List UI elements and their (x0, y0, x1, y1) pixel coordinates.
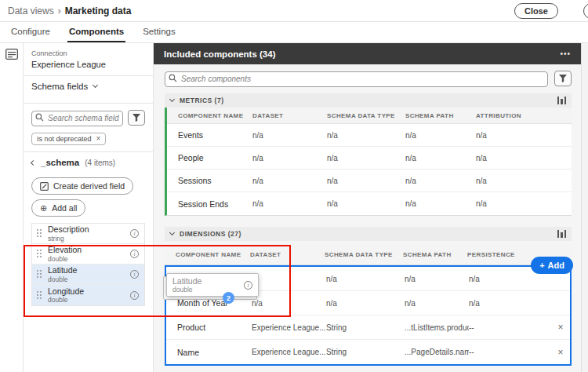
table-row[interactable]: Session Ends n/a n/a n/a n/a (167, 192, 572, 215)
search-schema-fields-input[interactable] (31, 111, 123, 126)
included-components-panel: Included components (34) ••• (154, 43, 581, 372)
schema-data-type: n/a (327, 131, 405, 140)
schema-path: n/a (405, 199, 476, 208)
divider (24, 103, 153, 104)
metrics-section-label: METRICS (7) (180, 97, 224, 104)
persistence: -- (469, 323, 551, 332)
dataset: n/a (252, 299, 326, 308)
tab-components[interactable]: Components (67, 22, 125, 42)
chevron-down-icon[interactable] (169, 97, 175, 102)
schema-path: n/a (405, 299, 469, 308)
filter-icon (132, 114, 140, 122)
remove-row-icon[interactable]: × (551, 348, 570, 357)
drag-handle-icon[interactable] (37, 291, 42, 300)
dataset: n/a (252, 131, 327, 140)
metrics-table-header: COMPONENT NAME DATASET SCHEMA DATA TYPE … (167, 108, 572, 124)
schema-data-type: n/a (326, 275, 405, 283)
connection-label: Connection (31, 49, 145, 57)
info-icon[interactable]: i (130, 270, 139, 279)
tab-configure[interactable]: Configure (9, 22, 52, 42)
info-icon[interactable]: i (130, 250, 139, 258)
dataset: n/a (252, 154, 327, 162)
add-button[interactable]: + Add (531, 257, 573, 274)
derived-field-icon (40, 182, 49, 191)
chevron-down-icon[interactable] (169, 230, 175, 235)
table-row[interactable]: People n/a n/a n/a n/a (167, 147, 572, 170)
table-row[interactable]: Product Experience League... String ...t… (166, 315, 570, 340)
metrics-table: COMPONENT NAME DATASET SCHEMA DATA TYPE … (165, 108, 572, 216)
more-icon[interactable]: ••• (560, 49, 571, 58)
add-button-label: Add (548, 261, 564, 270)
add-all-label: Add all (52, 203, 77, 213)
dataset: Experience League... (252, 348, 326, 356)
cutoff-button[interactable]: B (583, 3, 588, 19)
drag-handle-icon[interactable] (37, 250, 42, 258)
scrollbar-track[interactable] (581, 43, 588, 372)
chip-remove-icon[interactable]: × (96, 135, 101, 143)
search-icon (35, 113, 44, 122)
field-type: double (48, 256, 125, 263)
panel-header: Included components (34) ••• (154, 43, 581, 64)
column-settings-icon[interactable] (557, 97, 567, 104)
field-name: Elevation (48, 246, 125, 254)
table-row[interactable]: Sessions n/a n/a n/a n/a (167, 170, 572, 192)
field-item-latitude[interactable]: Latitude double i (32, 264, 144, 285)
field-name: Latitude (48, 266, 125, 275)
search-components-input[interactable] (165, 71, 548, 87)
breadcrumb-separator: › (58, 5, 61, 16)
persistence: n/a (469, 299, 551, 308)
schema-name: _schema (41, 158, 79, 167)
field-name: Description (48, 225, 125, 234)
filter-button[interactable] (554, 71, 572, 86)
remove-row-icon[interactable]: × (551, 323, 570, 332)
info-icon[interactable]: i (130, 291, 139, 300)
chevron-left-icon[interactable] (31, 159, 36, 165)
drag-handle-icon[interactable] (37, 229, 42, 238)
field-item-description[interactable]: Description string i (32, 224, 144, 244)
breadcrumb-section[interactable]: Data views (8, 5, 54, 16)
drag-ghost-card: Latitude double i (166, 273, 259, 297)
info-icon: i (244, 281, 252, 290)
dimensions-section-label: DIMENSIONS (27) (180, 230, 241, 238)
schema-path: n/a (405, 154, 476, 162)
attribution: n/a (476, 131, 572, 140)
add-circle-icon: ⊕ (40, 203, 47, 213)
schema-fields-dropdown[interactable]: Schema fields (31, 76, 145, 97)
table-row[interactable]: Name Experience League... String ...Page… (166, 340, 570, 364)
dimensions-section-header[interactable]: DIMENSIONS (27) (165, 227, 572, 241)
drag-ghost[interactable]: Latitude double i 2 (166, 273, 259, 297)
tab-settings[interactable]: Settings (141, 22, 177, 42)
schema-breadcrumb: _schema (4 items) (31, 152, 145, 173)
schema-data-type: String (326, 323, 405, 332)
metrics-section-header[interactable]: METRICS (7) (165, 93, 572, 108)
create-derived-field-label: Create derived field (53, 181, 125, 191)
add-all-button[interactable]: ⊕ Add all (31, 199, 85, 217)
content-area: Connection Experience League Schema fiel… (0, 43, 588, 372)
persistence: -- (469, 348, 551, 356)
component-name: Name (177, 348, 252, 357)
drag-ghost-title: Latitude (172, 277, 239, 286)
filter-icon (559, 75, 567, 82)
column-header: DATASET (252, 112, 327, 119)
filter-chip-not-deprecated[interactable]: Is not deprecated × (31, 133, 106, 145)
drag-handle-icon[interactable] (37, 270, 42, 279)
column-header: ATTRIBUTION (476, 112, 572, 119)
field-item-elevation[interactable]: Elevation double i (32, 244, 144, 264)
sidebar: Connection Experience League Schema fiel… (24, 43, 154, 372)
component-name: Events (178, 130, 252, 140)
column-header: SCHEMA DATA TYPE (327, 112, 405, 119)
create-derived-field-button[interactable]: Create derived field (31, 177, 133, 195)
close-button[interactable]: Close (514, 3, 558, 19)
column-header: COMPONENT NAME (178, 112, 252, 119)
schema-data-type: n/a (327, 177, 405, 185)
attribution: n/a (476, 177, 572, 185)
field-item-longitude[interactable]: Longitude double i (32, 285, 144, 305)
filter-button[interactable] (128, 110, 145, 126)
column-settings-icon[interactable] (557, 230, 567, 238)
data-dictionary-icon[interactable] (5, 49, 18, 372)
column-header: SCHEMA DATA TYPE (325, 251, 403, 258)
left-rail (0, 43, 24, 372)
table-row[interactable]: Events n/a n/a n/a n/a (167, 124, 572, 147)
schema-data-type: n/a (326, 299, 405, 308)
info-icon[interactable]: i (130, 229, 139, 238)
